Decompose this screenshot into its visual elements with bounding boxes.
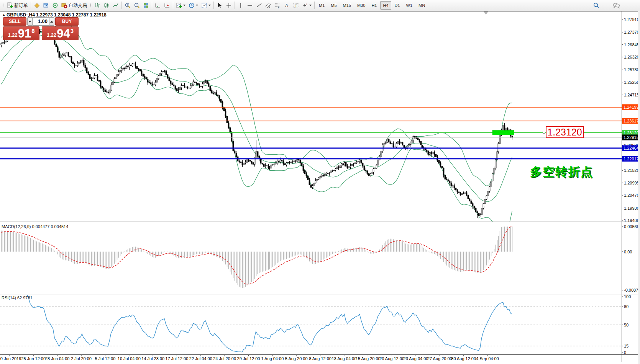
text-tool-button[interactable]: A	[282, 1, 291, 10]
chart-shift-button[interactable]	[163, 1, 171, 10]
sell-price-box[interactable]: 1.22 91 8	[3, 26, 39, 40]
timeframe-d1-button[interactable]: D1	[392, 1, 403, 10]
new-order-label: 新订单	[14, 2, 28, 9]
separator	[213, 2, 214, 9]
fibonacci-tool-button[interactable]: F	[273, 1, 282, 10]
svg-text:1.27370: 1.27370	[624, 30, 639, 34]
chat-bubble-icon	[612, 2, 620, 8]
dropdown-arrow-icon	[208, 5, 211, 6]
zoom-in-button[interactable]	[123, 1, 132, 10]
macd-layer	[1, 227, 512, 288]
text-icon: A	[284, 2, 290, 8]
toolbar-grip[interactable]	[2, 2, 4, 9]
svg-text:80: 80	[624, 304, 629, 309]
buy-price-sup: 3	[71, 28, 74, 34]
buy-price-box[interactable]: 1.22 94 3	[42, 26, 79, 40]
timeframe-w1-button[interactable]: W1	[404, 1, 415, 10]
candles-layer	[1, 28, 513, 219]
svg-text:23 Aug 04:00: 23 Aug 04:00	[404, 356, 428, 361]
svg-text:8 Aug 12:00: 8 Aug 12:00	[309, 356, 331, 361]
indicators-button[interactable]	[175, 1, 187, 10]
auto-trading-button[interactable]: 自动交易	[60, 1, 88, 10]
timeframe-m30-button[interactable]: M30	[354, 1, 368, 10]
separator	[235, 2, 235, 9]
zoom-out-button[interactable]	[133, 1, 141, 10]
price-axis[interactable]: 1.279101.273701.268451.263201.257801.252…	[622, 17, 639, 223]
price-callout-label[interactable]: 1.23120	[546, 126, 584, 138]
svg-text:1.23617: 1.23617	[624, 119, 639, 123]
auto-scroll-button[interactable]	[154, 1, 162, 10]
periods-button[interactable]	[187, 1, 199, 10]
volume-input[interactable]: 1.00	[33, 17, 49, 26]
new-order-icon	[7, 2, 13, 8]
sell-button[interactable]: SELL	[3, 17, 26, 26]
templates-button[interactable]	[200, 1, 212, 10]
label-tool-button[interactable]: T	[292, 1, 300, 10]
candle-chart-button[interactable]	[102, 1, 111, 10]
text-label-icon: T	[293, 2, 299, 8]
cursor-button[interactable]	[215, 1, 224, 10]
separator	[121, 2, 122, 9]
auto-trading-icon	[61, 2, 67, 8]
templates-icon	[201, 2, 207, 8]
market-watch-button[interactable]	[42, 1, 50, 10]
fibonacci-icon: F	[274, 2, 281, 8]
arrows-tool-button[interactable]	[301, 1, 313, 10]
buy-button[interactable]: BUY	[55, 17, 79, 26]
signals-button[interactable]	[51, 1, 59, 10]
svg-text:20 Jun 2019: 20 Jun 2019	[0, 356, 21, 361]
timeframe-m15-button[interactable]: M15	[340, 1, 354, 10]
rsi-line	[1, 294, 512, 352]
horizontal-line-icon	[247, 2, 253, 8]
rsi-layer	[0, 294, 622, 352]
time-axis[interactable]: 20 Jun 201925 Jun 12:0028 Jun 04:002 Jul…	[0, 355, 499, 361]
panel-separators[interactable]	[0, 11, 640, 363]
svg-text:1.24715: 1.24715	[624, 93, 639, 97]
metaquotes-button[interactable]	[33, 1, 41, 10]
volume-increase-button[interactable]	[49, 17, 54, 26]
turning-point-note[interactable]: 多空转折点	[530, 164, 593, 180]
shift-marker-icon[interactable]	[484, 11, 488, 15]
bar-chart-button[interactable]	[93, 1, 102, 10]
timeframe-mn-button[interactable]: MN	[416, 1, 428, 10]
timeframe-m1-button[interactable]: M1	[316, 1, 327, 10]
crosshair-button[interactable]	[225, 1, 233, 10]
svg-text:24 Jul 20:00: 24 Jul 20:00	[213, 356, 236, 361]
svg-text:29 Jul 12:00: 29 Jul 12:00	[237, 356, 260, 361]
trendline-tool-button[interactable]	[255, 1, 263, 10]
timeframe-h1-button[interactable]: H1	[369, 1, 379, 10]
chart-canvas[interactable]: 1.279101.273701.268451.263201.257801.252…	[0, 11, 640, 364]
channel-icon: E	[265, 2, 271, 8]
zoom-in-icon	[125, 2, 131, 8]
svg-text:1.19930: 1.19930	[624, 206, 639, 211]
line-chart-button[interactable]	[112, 1, 120, 10]
bollinger-upper-band	[1, 21, 512, 186]
svg-text:1.22017: 1.22017	[624, 157, 639, 161]
macd-axis[interactable]: 0.0056920.00-0.008717	[622, 224, 640, 292]
new-order-button[interactable]: 新订单	[6, 1, 29, 10]
bollinger-middle-band	[1, 32, 512, 202]
volume-decrease-button[interactable]	[27, 17, 33, 26]
callout-anchor-handle[interactable]	[543, 131, 545, 134]
rsi-axis[interactable]: 1008050150	[622, 294, 631, 355]
separator	[314, 2, 315, 9]
toolbar-grip[interactable]	[90, 2, 92, 9]
symbol-header: ▲GBPUSD-,H4 1.22973 1.23048 1.22787 1.22…	[2, 12, 107, 18]
svg-text:E: E	[269, 6, 270, 8]
svg-text:22 Jul 04:00: 22 Jul 04:00	[189, 356, 212, 361]
chat-button[interactable]	[611, 1, 621, 10]
main-toolbar: 新订单 自动交易 E F A T M1M5M15M30H1H4D1W1MN	[0, 0, 640, 11]
svg-text:1.20470: 1.20470	[624, 193, 639, 198]
hline-tool-button[interactable]	[246, 1, 254, 10]
tile-windows-button[interactable]	[142, 1, 150, 10]
search-button[interactable]	[592, 1, 601, 10]
channel-tool-button[interactable]: E	[264, 1, 272, 10]
svg-text:1.24199: 1.24199	[624, 105, 639, 109]
trendline-icon	[256, 2, 262, 8]
vline-tool-button[interactable]	[236, 1, 245, 10]
timeframe-m5-button[interactable]: M5	[328, 1, 339, 10]
timeframe-h4-button[interactable]: H4	[380, 1, 391, 10]
symbol-ohlc-text: GBPUSD-,H4 1.22973 1.23048 1.22787 1.229…	[7, 12, 107, 18]
hline-objects-layer[interactable]	[0, 107, 622, 159]
green-zone-rect[interactable]	[492, 131, 514, 135]
